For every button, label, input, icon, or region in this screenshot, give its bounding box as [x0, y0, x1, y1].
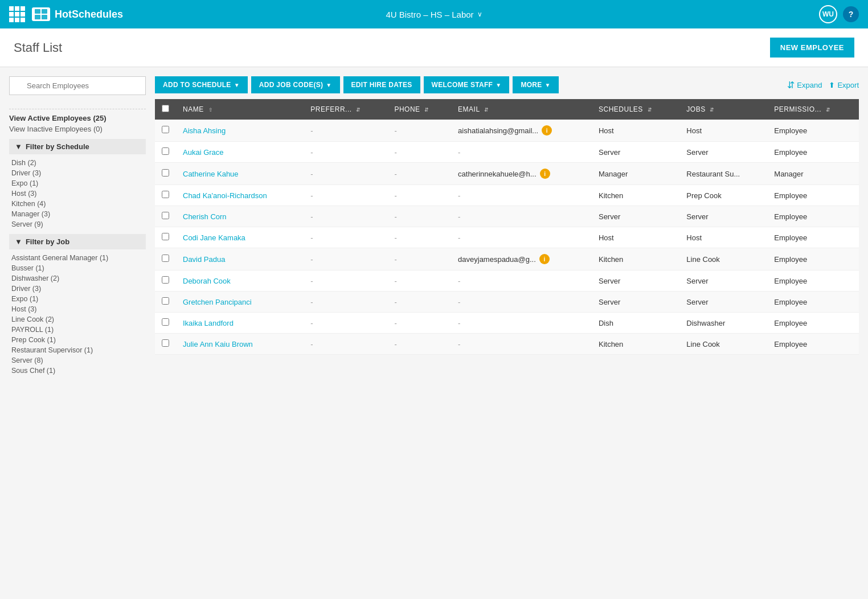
employee-name-link[interactable]: Chad Ka'anoi-Richardson — [183, 191, 267, 200]
employee-permissions: Employee — [767, 185, 859, 206]
sidebar: 🔍 View Active Employees (25) View Inacti… — [9, 76, 146, 376]
email-address: - — [451, 206, 592, 227]
email-text: catherinnekahuele@h... — [458, 170, 537, 178]
employee-permissions: Employee — [767, 120, 859, 142]
row-checkbox[interactable] — [162, 191, 169, 198]
schedule-filter-item[interactable]: Dish (2) — [9, 158, 146, 168]
job-filter-item[interactable]: Driver (3) — [9, 284, 146, 294]
user-avatar[interactable]: WU — [819, 5, 837, 23]
permissions-header[interactable]: PERMISSIO... ⇵ — [767, 99, 859, 120]
add-to-schedule-button[interactable]: ADD TO SCHEDULE ▼ — [155, 76, 248, 93]
row-checkbox[interactable] — [162, 169, 169, 177]
filter-by-schedule-header[interactable]: ▼ Filter by Schedule — [9, 139, 146, 154]
email-warning-icon: i — [540, 169, 550, 179]
job-filter-item[interactable]: Prep Cook (1) — [9, 335, 146, 345]
employee-name-link[interactable]: Deborah Cook — [183, 277, 231, 285]
select-all-header[interactable] — [155, 99, 176, 120]
employee-schedule: Kitchen — [592, 185, 679, 206]
schedule-filter-item[interactable]: Driver (3) — [9, 168, 146, 178]
schedule-filter-item[interactable]: Manager (3) — [9, 209, 146, 219]
employee-name-link[interactable]: Julie Ann Kaiu Brown — [183, 340, 253, 348]
employee-jobs: Line Cook — [679, 248, 767, 270]
preferred-name: - — [304, 163, 387, 185]
row-checkbox[interactable] — [162, 212, 169, 219]
row-checkbox[interactable] — [162, 297, 169, 305]
job-filter-item[interactable]: Busser (1) — [9, 263, 146, 273]
view-inactive-employees-link[interactable]: View Inactive Employees (0) — [9, 125, 146, 133]
schedules-header[interactable]: SCHEDULES ⇵ — [592, 99, 679, 120]
name-sort-icon: ⇧ — [208, 108, 214, 113]
grid-icon[interactable] — [9, 6, 25, 22]
more-button[interactable]: MORE ▼ — [513, 76, 558, 93]
new-employee-button[interactable]: NEW EMPLOYEE — [770, 38, 854, 58]
filter-by-job-header[interactable]: ▼ Filter by Job — [9, 234, 146, 249]
sidebar-divider-top — [9, 109, 146, 109]
row-checkbox[interactable] — [162, 126, 169, 133]
job-filter-item[interactable]: Dishwasher (2) — [9, 273, 146, 284]
phone-number: - — [387, 248, 451, 270]
employee-name-link[interactable]: David Padua — [183, 255, 225, 264]
search-input[interactable] — [9, 76, 146, 95]
logo[interactable]: HotSchedules — [32, 7, 123, 21]
row-checkbox[interactable] — [162, 233, 169, 240]
employee-schedule: Server — [592, 206, 679, 227]
jobs-header[interactable]: JOBS ⇵ — [679, 99, 767, 120]
row-checkbox[interactable] — [162, 255, 169, 262]
employee-name-link[interactable]: Codi Jane Kamaka — [183, 233, 245, 242]
employee-table-wrapper[interactable]: NAME ⇧ PREFERR... ⇵ PHONE ⇵ EMAIL — [155, 99, 859, 355]
employee-permissions: Employee — [767, 313, 859, 334]
email-address: aishatialahsing@gmail...i — [451, 120, 592, 142]
schedule-filter-item[interactable]: Host (3) — [9, 188, 146, 199]
schedule-filter-item[interactable]: Kitchen (4) — [9, 199, 146, 209]
employee-name-link[interactable]: Catherine Kahue — [183, 170, 239, 178]
employee-name-link[interactable]: Ikaika Landford — [183, 319, 234, 327]
employee-jobs: Server — [679, 270, 767, 292]
add-schedule-arrow: ▼ — [234, 82, 240, 88]
employee-name-link[interactable]: Cherish Corn — [183, 212, 227, 221]
email-header[interactable]: EMAIL ⇵ — [451, 99, 592, 120]
employee-schedule: Server — [592, 270, 679, 292]
name-header[interactable]: NAME ⇧ — [176, 99, 304, 120]
job-filter-item[interactable]: PAYROLL (1) — [9, 325, 146, 335]
preferred-header[interactable]: PREFERR... ⇵ — [304, 99, 387, 120]
email-address: - — [451, 270, 592, 292]
employee-name-link[interactable]: Gretchen Pancipanci — [183, 298, 252, 306]
job-filter-item[interactable]: Host (3) — [9, 304, 146, 314]
search-wrapper: 🔍 — [9, 76, 146, 102]
add-job-codes-button[interactable]: ADD JOB CODE(S) ▼ — [251, 76, 340, 93]
edit-hire-dates-button[interactable]: EDIT HIRE DATES — [343, 76, 420, 93]
expand-export-area: ⇵ Expand ⬆ Export — [787, 80, 859, 91]
expand-button[interactable]: ⇵ Expand — [787, 80, 822, 91]
employee-schedule: Host — [592, 120, 679, 142]
job-filter-item[interactable]: Restaurant Supervisor (1) — [9, 345, 146, 355]
toolbar: ADD TO SCHEDULE ▼ ADD JOB CODE(S) ▼ EDIT… — [155, 76, 859, 93]
table-row: Aukai Grace---ServerServerEmployee — [155, 142, 859, 163]
email-text: aishatialahsing@gmail... — [458, 126, 538, 135]
employee-name-link[interactable]: Aukai Grace — [183, 148, 224, 157]
job-filter-item[interactable]: Sous Chef (1) — [9, 366, 146, 376]
schedule-filter-item[interactable]: Expo (1) — [9, 178, 146, 188]
phone-header[interactable]: PHONE ⇵ — [387, 99, 451, 120]
welcome-staff-button[interactable]: WELCOME STAFF ▼ — [424, 76, 510, 93]
row-checkbox[interactable] — [162, 318, 169, 326]
schedule-filter-item[interactable]: Server (9) — [9, 219, 146, 229]
help-button[interactable]: ? — [843, 6, 859, 22]
job-filter-item[interactable]: Line Cook (2) — [9, 314, 146, 325]
logo-text: HotSchedules — [55, 9, 123, 20]
phone-number: - — [387, 227, 451, 248]
email-address: - — [451, 142, 592, 163]
page-header: Staff List NEW EMPLOYEE — [0, 28, 868, 67]
row-checkbox[interactable] — [162, 276, 169, 284]
jobs-sort-icon: ⇵ — [710, 108, 715, 113]
job-filter-item[interactable]: Expo (1) — [9, 294, 146, 304]
job-filter-item[interactable]: Server (8) — [9, 355, 146, 366]
job-filter-item[interactable]: Assistant General Manager (1) — [9, 253, 146, 263]
export-button[interactable]: ⬆ Export — [829, 81, 859, 89]
employee-name-link[interactable]: Aisha Ahsing — [183, 126, 226, 135]
select-all-checkbox[interactable] — [162, 105, 169, 112]
view-active-employees-link[interactable]: View Active Employees (25) — [9, 114, 146, 122]
email-address: - — [451, 227, 592, 248]
preferred-name: - — [304, 227, 387, 248]
row-checkbox[interactable] — [162, 147, 169, 155]
row-checkbox[interactable] — [162, 339, 169, 347]
